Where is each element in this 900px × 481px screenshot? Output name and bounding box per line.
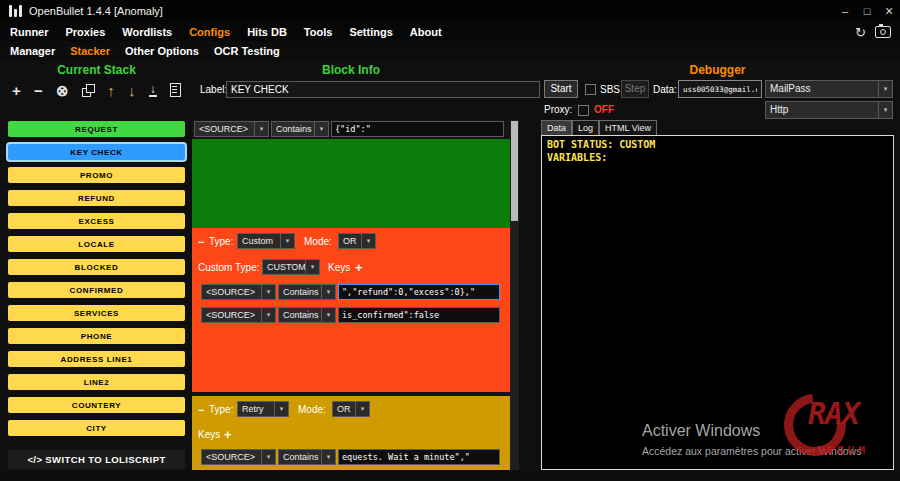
add-block-icon[interactable]: + (12, 83, 21, 98)
save-config-icon[interactable]: ↓ (149, 84, 157, 97)
sbs-label: SBS (600, 84, 620, 95)
remove-block-icon[interactable]: − (34, 83, 43, 98)
window-bottom-edge (0, 471, 900, 481)
tab-html-view[interactable]: HTML View (599, 120, 657, 135)
add-key-icon[interactable]: + (224, 428, 232, 441)
menu-wordlists[interactable]: Wordlists (122, 26, 172, 38)
chevron-down-icon: ▾ (274, 402, 288, 416)
move-down-icon[interactable]: ↓ (128, 83, 136, 98)
chevron-down-icon: ▾ (314, 122, 328, 136)
stack-block-keycheck[interactable]: KEY CHECK (8, 144, 185, 160)
title-bar: OpenBullet 1.4.4 [Anomaly] – □ × (0, 0, 900, 22)
keychain-retry-panel: − Type: Retry ▾ Mode: OR ▾ Keys + <SOURC… (192, 396, 510, 470)
keychain-type-dropdown[interactable]: Retry ▾ (237, 401, 289, 417)
stack-block-services[interactable]: SERVICES (8, 305, 185, 321)
proxy-type-dropdown[interactable]: Http ▾ (765, 101, 893, 119)
key-source-dropdown[interactable]: <SOURCE> ▾ (194, 121, 269, 137)
key-condition-dropdown[interactable]: Contains ▾ (278, 449, 336, 465)
scrollbar-thumb[interactable] (511, 121, 518, 221)
key-value-input[interactable]: {"id":" (331, 121, 504, 137)
key-source-dropdown[interactable]: <SOURCE> ▾ (201, 307, 276, 323)
openbullet-logo-icon (9, 5, 22, 17)
key-condition-dropdown[interactable]: Contains ▾ (271, 121, 329, 137)
key-source-dropdown[interactable]: <SOURCE> ▾ (201, 449, 276, 465)
stack-block-blocked[interactable]: BLOCKED (8, 259, 185, 275)
crax-subtext: FORUM (816, 444, 869, 457)
key-source-dropdown[interactable]: <SOURCE> ▾ (201, 284, 276, 300)
debugger-output-panel: BOT STATUS: CUSTOM VARIABLES: Activer Wi… (541, 135, 894, 470)
wordlist-type-dropdown[interactable]: MailPass ▾ (765, 80, 893, 98)
block-label-input[interactable] (226, 81, 540, 98)
debug-data-input[interactable] (678, 80, 762, 98)
keycheck-editor: <SOURCE> ▾ Contains ▾ {"id":" − Type: Cu… (192, 120, 510, 470)
keychain-type-dropdown[interactable]: Custom ▾ (237, 233, 295, 249)
keychain-mode-dropdown[interactable]: OR ▾ (332, 401, 370, 417)
stack-block-countery[interactable]: COUNTERY (8, 397, 185, 413)
stack-block-city[interactable]: CITY (8, 420, 185, 436)
start-button[interactable]: Start (544, 80, 578, 98)
key-value-input[interactable]: equests. Wait a minute"," (338, 449, 500, 465)
custom-type-caption: Custom Type: (198, 262, 260, 273)
type-caption: Type: (209, 404, 233, 415)
menu-configs[interactable]: Configs (189, 26, 230, 38)
crax-forum-watermark: RAX FORUM (782, 386, 892, 471)
stack-block-line2[interactable]: LINE2 (8, 374, 185, 390)
step-button[interactable]: Step (621, 80, 649, 98)
menu-hitsdb[interactable]: Hits DB (247, 26, 287, 38)
bot-status-line: BOT STATUS: CUSTOM (547, 139, 655, 150)
chevron-down-icon: ▾ (355, 402, 369, 416)
submenu-other-options[interactable]: Other Options (125, 45, 199, 57)
menu-settings[interactable]: Settings (349, 26, 392, 38)
key-condition-dropdown[interactable]: Contains ▾ (278, 307, 336, 323)
submenu-stacker[interactable]: Stacker (70, 45, 110, 57)
paste-block-icon[interactable] (170, 83, 181, 97)
stack-block-excess[interactable]: EXCESS (8, 213, 185, 229)
proxy-checkbox[interactable] (578, 105, 589, 116)
type-caption: Type: (209, 236, 233, 247)
clear-stack-icon[interactable]: ⊗ (56, 83, 69, 98)
chevron-down-icon: ▾ (878, 81, 892, 97)
submenu-manager[interactable]: Manager (10, 45, 55, 57)
stack-block-list: REQUEST KEY CHECK PROMO REFUND EXCESS LO… (8, 121, 185, 443)
move-up-icon[interactable]: ↑ (107, 83, 115, 98)
sbs-checkbox[interactable] (585, 84, 596, 95)
key-condition-dropdown[interactable]: Contains ▾ (278, 284, 336, 300)
activate-windows-watermark: Activer Windows (642, 422, 760, 440)
close-icon[interactable]: × (878, 0, 900, 22)
chevron-down-icon: ▾ (878, 102, 892, 118)
menu-about[interactable]: About (410, 26, 442, 38)
menu-proxies[interactable]: Proxies (66, 26, 106, 38)
openbullet-window: OpenBullet 1.4.4 [Anomaly] – □ × Runner … (0, 0, 900, 481)
chevron-down-icon: ▾ (261, 308, 275, 322)
tab-data[interactable]: Data (541, 120, 572, 135)
block-info-title: Block Info (192, 63, 510, 77)
keychain-mode-dropdown[interactable]: OR ▾ (338, 233, 376, 249)
menu-runner[interactable]: Runner (10, 26, 49, 38)
stack-block-confirmed[interactable]: CONFIRMED (8, 282, 185, 298)
stack-block-promo[interactable]: PROMO (8, 167, 185, 183)
update-icon[interactable]: ↻ (855, 26, 866, 39)
stack-block-address-line1[interactable]: ADDRESS LINE1 (8, 351, 185, 367)
submenu-ocr-testing[interactable]: OCR Testing (214, 45, 280, 57)
switch-to-loliscript-button[interactable]: </> SWITCH TO LOLISCRIPT (8, 450, 185, 469)
tab-log[interactable]: Log (572, 120, 599, 135)
remove-keychain-icon[interactable]: − (198, 405, 204, 416)
key-value-input[interactable]: ","refund":0,"excess":0}," (338, 284, 500, 300)
remove-keychain-icon[interactable]: − (198, 237, 204, 248)
custom-type-dropdown[interactable]: CUSTOM ▾ (262, 259, 320, 275)
minimize-icon[interactable]: – (834, 0, 856, 22)
stack-block-locale[interactable]: LOCALE (8, 236, 185, 252)
editor-scrollbar[interactable] (510, 120, 519, 470)
chevron-down-icon: ▾ (261, 450, 275, 464)
stack-block-phone[interactable]: PHONE (8, 328, 185, 344)
chevron-down-icon: ▾ (261, 285, 275, 299)
maximize-icon[interactable]: □ (856, 0, 878, 22)
stack-block-refund[interactable]: REFUND (8, 190, 185, 206)
add-key-icon[interactable]: + (355, 261, 363, 274)
clone-block-icon[interactable] (82, 84, 94, 96)
screenshot-camera-icon[interactable] (875, 26, 891, 38)
debugger-title: Debugger (540, 63, 895, 77)
key-value-input[interactable]: is_confirmed":false (338, 307, 500, 323)
menu-tools[interactable]: Tools (304, 26, 333, 38)
stack-block-request[interactable]: REQUEST (8, 121, 185, 137)
